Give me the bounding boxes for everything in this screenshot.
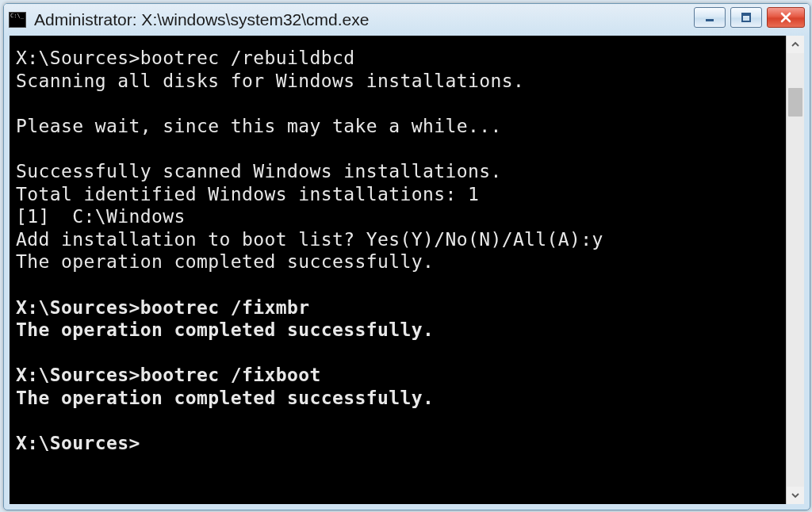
console-line: X:\Sources>bootrec /rebuildbcd	[16, 48, 354, 68]
scroll-thumb[interactable]	[788, 88, 802, 117]
scroll-up-button[interactable]	[787, 36, 804, 53]
minimize-button[interactable]	[694, 7, 726, 28]
console-line: [1] C:\Windows	[16, 206, 186, 227]
console-line: X:\Sources>bootrec /fixmbr	[16, 297, 309, 318]
window-title: Administrator: X:\windows\system32\cmd.e…	[34, 10, 369, 29]
console-line: X:\Sources>	[16, 433, 140, 453]
maximize-button[interactable]	[730, 7, 762, 28]
chevron-up-icon	[791, 40, 800, 49]
minimize-icon	[704, 12, 715, 23]
console-line: X:\Sources>bootrec /fixboot	[16, 365, 321, 385]
close-icon	[779, 12, 792, 23]
console-line: The operation completed successfully.	[16, 319, 434, 340]
scroll-track[interactable]	[787, 53, 804, 487]
console-line: Add installation to boot list? Yes(Y)/No…	[16, 229, 603, 250]
scroll-down-button[interactable]	[787, 487, 804, 504]
titlebar[interactable]: Administrator: X:\windows\system32\cmd.e…	[4, 4, 810, 36]
client-area: X:\Sources>bootrec /rebuildbcd Scanning …	[10, 36, 804, 504]
console-line: Successfully scanned Windows installatio…	[16, 161, 502, 181]
console-line: Scanning all disks for Windows installat…	[16, 71, 524, 91]
window-controls	[694, 7, 805, 28]
cmd-window: Administrator: X:\windows\system32\cmd.e…	[3, 3, 810, 510]
maximize-icon	[741, 12, 752, 23]
chevron-down-icon	[791, 491, 800, 500]
console-line: Total identified Windows installations: …	[16, 184, 479, 204]
svg-rect-0	[706, 19, 714, 21]
close-button[interactable]	[767, 7, 805, 28]
console-line: Please wait, since this may take a while…	[16, 116, 502, 136]
console-output[interactable]: X:\Sources>bootrec /rebuildbcd Scanning …	[10, 36, 786, 504]
cmd-app-icon	[9, 12, 26, 28]
vertical-scrollbar[interactable]	[786, 36, 804, 504]
console-line: The operation completed successfully.	[16, 388, 434, 408]
svg-rect-2	[742, 13, 750, 16]
console-line: The operation completed successfully.	[16, 251, 434, 272]
